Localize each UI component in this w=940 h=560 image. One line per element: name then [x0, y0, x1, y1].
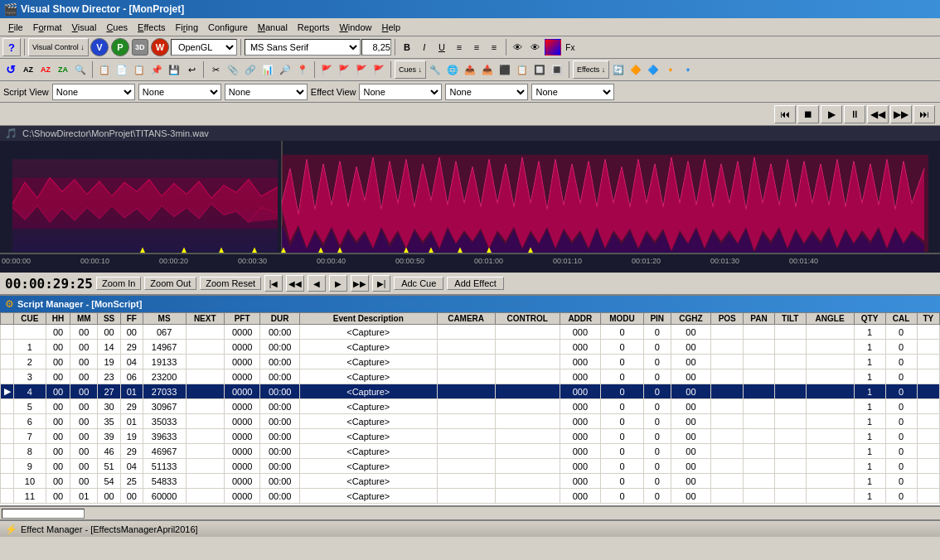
locate-btn[interactable]: 📍	[294, 61, 311, 78]
menu-window[interactable]: Window	[334, 21, 376, 34]
cue-icon7[interactable]: 🔲	[531, 61, 548, 78]
italic-btn[interactable]: I	[416, 39, 433, 56]
nav-start-btn[interactable]: |◀	[264, 275, 283, 292]
nav-end-btn[interactable]: ▶|	[372, 275, 390, 292]
p-btn[interactable]: P	[111, 38, 129, 56]
az3-btn[interactable]: ZA	[55, 61, 71, 78]
table-container[interactable]: CUE HH MM SS FF MS NEXT PFT DUR Event De…	[0, 312, 940, 507]
align-center-btn[interactable]: ≡	[468, 39, 485, 56]
cue-icon8[interactable]: 🔳	[549, 61, 565, 78]
table-row[interactable]: 00000000067000000:00<Capture>000000010	[1, 325, 940, 340]
az-btn[interactable]: AZ	[20, 61, 36, 78]
transport-stop[interactable]: ⏹	[797, 105, 819, 123]
table-row[interactable]: ▶40000270127033000000:00<Capture>0000000…	[1, 384, 940, 399]
eff-icon1[interactable]: 🔄	[610, 61, 627, 78]
cue-icon1[interactable]: 🔧	[427, 61, 443, 78]
menu-format[interactable]: Format	[28, 21, 67, 34]
color-btn[interactable]	[545, 39, 561, 56]
w-btn[interactable]: W	[151, 38, 169, 56]
menu-reports[interactable]: Reports	[293, 21, 335, 34]
eff-icon5[interactable]: 🔹	[680, 61, 696, 78]
zoom-out-btn[interactable]: Zoom Out	[144, 277, 196, 290]
cue-icon2[interactable]: 🌐	[444, 61, 461, 78]
help-btn[interactable]: ?	[2, 38, 21, 56]
menu-file[interactable]: File	[3, 21, 28, 34]
doc2-btn[interactable]: 📄	[114, 61, 130, 78]
font-select[interactable]: MS Sans Serif	[245, 39, 361, 56]
eye-btn[interactable]: 👁	[510, 39, 526, 56]
transport-play[interactable]: ▶	[821, 105, 842, 123]
script-view-select1[interactable]: None	[52, 84, 135, 100]
effect-view-select2[interactable]: None	[445, 84, 528, 100]
effects-btn[interactable]: Effects ↓	[573, 60, 609, 79]
menu-firing[interactable]: Firing	[171, 21, 204, 34]
nav-next-next-btn[interactable]: ▶▶	[351, 275, 369, 292]
font-size-input[interactable]	[361, 39, 391, 56]
add-cue-btn[interactable]: Adc Cue	[394, 277, 443, 290]
search-btn[interactable]: 🔍	[72, 61, 89, 78]
table-row[interactable]: 80000462946967000000:00<Capture>00000001…	[1, 444, 940, 459]
zoom-in-btn[interactable]: Zoom In	[96, 277, 141, 290]
table-row[interactable]: 50000302930967000000:00<Capture>00000001…	[1, 399, 940, 414]
bold-btn[interactable]: B	[399, 39, 415, 56]
visual-control-btn[interactable]: Visual Control ↓	[28, 38, 89, 56]
menu-manual[interactable]: Manual	[253, 21, 293, 34]
align-left-btn[interactable]: ≡	[451, 39, 468, 56]
align-right-btn[interactable]: ≡	[486, 39, 502, 56]
cues-btn[interactable]: Cues ↓	[395, 60, 426, 79]
refresh-btn[interactable]: ↺	[2, 61, 19, 78]
menu-effects[interactable]: Effects	[133, 21, 170, 34]
find-btn[interactable]: 🔎	[277, 61, 293, 78]
snap-btn[interactable]: 📎	[225, 61, 241, 78]
underline-btn[interactable]: U	[434, 39, 450, 56]
link-btn[interactable]: 🔗	[242, 61, 259, 78]
opengl-select[interactable]: OpenGL	[171, 39, 237, 56]
table-row[interactable]: 20000190419133000000:00<Capture>00000001…	[1, 355, 940, 369]
transport-start[interactable]: ⏮	[774, 105, 796, 123]
graph-btn[interactable]: 📊	[259, 61, 276, 78]
az2-btn[interactable]: AZ	[37, 61, 54, 78]
script-view-select2[interactable]: None	[138, 84, 221, 100]
transport-pause[interactable]: ⏸	[844, 105, 865, 123]
flag3-btn[interactable]: 🚩	[353, 61, 370, 78]
eye2-btn[interactable]: 👁	[527, 39, 544, 56]
eff-icon2[interactable]: 🔶	[627, 61, 644, 78]
table-row[interactable]: 100000542554833000000:00<Capture>0000000…	[1, 474, 940, 489]
add-effect-btn[interactable]: Add Effect	[447, 277, 504, 290]
fx-btn[interactable]: Fx	[562, 39, 579, 56]
zoom-reset-btn[interactable]: Zoom Reset	[200, 277, 261, 290]
script-view-select3[interactable]: None	[225, 84, 308, 100]
table-row[interactable]: 10000142914967000000:00<Capture>00000001…	[1, 340, 940, 355]
table-row[interactable]: 90000510451133000000:00<Capture>00000001…	[1, 459, 940, 474]
menu-visual[interactable]: Visual	[67, 21, 102, 34]
table-row[interactable]: 60000350135033000000:00<Capture>00000001…	[1, 414, 940, 429]
eff-icon3[interactable]: 🔷	[645, 61, 661, 78]
transport-prev[interactable]: ◀◀	[867, 105, 889, 123]
v-btn[interactable]: V	[90, 38, 109, 56]
undo-btn[interactable]: ↩	[183, 61, 200, 78]
copy-btn[interactable]: 📋	[131, 61, 148, 78]
save-btn[interactable]: 💾	[166, 61, 182, 78]
cut-btn[interactable]: ✂	[207, 61, 224, 78]
paste-btn[interactable]: 📌	[148, 61, 165, 78]
nav-prev-prev-btn[interactable]: ◀◀	[286, 275, 304, 292]
cue-icon5[interactable]: ⬛	[497, 61, 513, 78]
doc-btn[interactable]: 📋	[96, 61, 113, 78]
horizontal-scrollbar[interactable]	[2, 509, 85, 519]
menu-help[interactable]: Help	[377, 21, 406, 34]
cue-icon3[interactable]: 📤	[462, 61, 478, 78]
eff-icon4[interactable]: 🔸	[662, 61, 679, 78]
effect-view-select3[interactable]: None	[531, 84, 614, 100]
flag1-btn[interactable]: 🚩	[318, 61, 335, 78]
nav-prev-btn[interactable]: ◀	[308, 275, 326, 292]
cue-icon4[interactable]: 📥	[479, 61, 496, 78]
nav-next-btn[interactable]: ▶	[329, 275, 347, 292]
cue-icon6[interactable]: 📋	[514, 61, 531, 78]
3d-btn[interactable]: 3D	[132, 39, 148, 56]
menu-cues[interactable]: Cues	[101, 21, 133, 34]
table-row[interactable]: 30000230623200000000:00<Capture>00000001…	[1, 369, 940, 384]
transport-end[interactable]: ⏭	[913, 105, 935, 123]
flag4-btn[interactable]: 🚩	[371, 61, 387, 78]
menu-configure[interactable]: Configure	[203, 21, 253, 34]
flag2-btn[interactable]: 🚩	[336, 61, 352, 78]
